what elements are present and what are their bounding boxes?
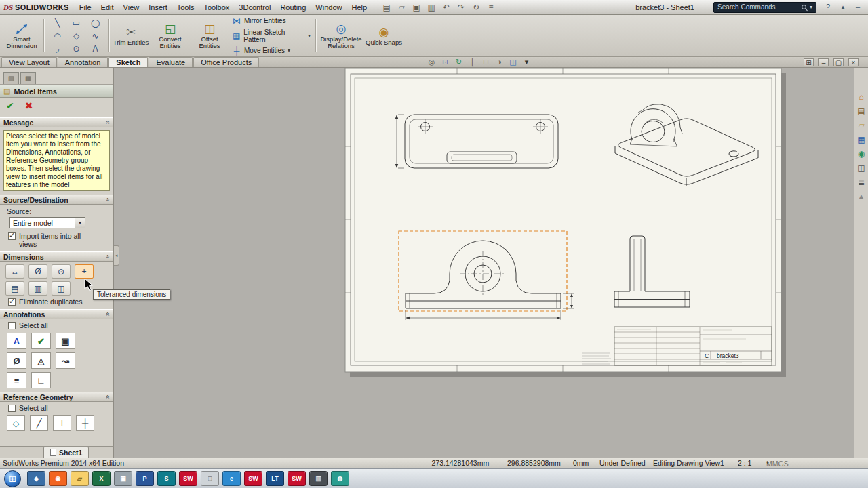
annotations-section-header[interactable]: Annotations »	[0, 309, 113, 319]
sketch-tool-5[interactable]: ∿	[86, 30, 104, 42]
menubar-button-2[interactable]: –	[853, 3, 863, 12]
move-entities-button[interactable]: ┼ Move Entities ▾	[230, 46, 313, 56]
view-toolbar-icon-6[interactable]: ◫	[509, 58, 517, 66]
qat-icon-4[interactable]: ↶	[441, 3, 452, 12]
annotation-type-button-5[interactable]: ↝	[56, 352, 75, 369]
commandmanager-tab-4[interactable]: Office Products	[193, 57, 259, 67]
qat-icon-7[interactable]: ≡	[486, 3, 496, 12]
annotation-type-button-4[interactable]: ◬	[31, 352, 51, 369]
window-control-button-1[interactable]: –	[818, 58, 829, 66]
qat-icon-1[interactable]: ▱	[396, 3, 407, 12]
annotation-type-button-7[interactable]: ∟	[31, 372, 51, 388]
task-pane-icon-5[interactable]: ◫	[857, 163, 865, 173]
taskbar-app-13[interactable]: ▥	[309, 471, 328, 486]
mirror-entities-button[interactable]: ⋈ Mirror Entities	[230, 16, 313, 26]
source-dropdown[interactable]: Entire model ▾	[9, 217, 85, 228]
annotation-type-button-6[interactable]: ≡	[7, 372, 26, 388]
menubar-button-0[interactable]: ?	[823, 3, 833, 12]
view-toolbar-icon-0[interactable]: ◎	[427, 58, 436, 66]
task-pane-icon-1[interactable]: ▤	[857, 106, 865, 116]
sketch-tool-4[interactable]: ◇	[67, 30, 85, 42]
quick-snaps-button[interactable]: ◉ Quick Snaps	[365, 17, 403, 54]
search-input[interactable]: Search Commands	[717, 3, 776, 11]
annotation-type-button-2[interactable]: ▣	[56, 333, 75, 349]
sketch-tool-7[interactable]: ⊙	[67, 43, 85, 55]
sketch-tool-0[interactable]: ╲	[48, 17, 66, 29]
view-toolbar-icon-4[interactable]: □	[481, 58, 490, 66]
eliminate-duplicates-checkbox[interactable]	[8, 298, 16, 306]
dimension-type-button-2[interactable]: ⊙	[52, 264, 71, 279]
dimension-type-button-1[interactable]: ▥	[28, 281, 47, 296]
task-pane-icon-7[interactable]: ▲	[857, 192, 865, 201]
collapse-icon[interactable]: »	[104, 395, 112, 399]
menu-9[interactable]: Help	[347, 0, 372, 15]
trim-entities-button[interactable]: ✂ Trim Entities	[112, 17, 150, 54]
display-delete-relations-button[interactable]: ◎ Display/Delete Relations	[319, 17, 363, 54]
taskbar-app-4[interactable]: ▣	[114, 471, 132, 486]
units-dropdown-icon[interactable]: ▾	[766, 460, 769, 466]
menu-4[interactable]: Tools	[172, 0, 199, 15]
dimension-type-button-0[interactable]: ↔	[5, 264, 24, 279]
refgeo-select-all-checkbox[interactable]	[8, 405, 16, 412]
view-toolbar-icon-5[interactable]: ◑	[495, 58, 504, 66]
menu-5[interactable]: Toolbox	[199, 0, 234, 15]
taskbar-app-6[interactable]: S	[157, 471, 176, 486]
taskbar-app-0[interactable]: ◈	[27, 471, 45, 486]
sheet-tab[interactable]: Sheet1	[43, 447, 89, 458]
reference-geometry-button-2[interactable]: ⊥	[53, 415, 71, 431]
window-control-button-2[interactable]: ▢	[833, 58, 844, 66]
taskbar-app-5[interactable]: P	[136, 471, 154, 486]
annotation-type-button-3[interactable]: Ø	[7, 352, 26, 369]
import-all-views-checkbox[interactable]	[8, 232, 16, 240]
taskbar-app-9[interactable]: e	[222, 471, 241, 486]
taskbar-app-1[interactable]: ◉	[49, 471, 67, 486]
sketch-tool-1[interactable]: ▭	[67, 17, 85, 29]
window-control-button-3[interactable]: ×	[848, 58, 859, 66]
menu-0[interactable]: File	[75, 0, 96, 15]
panel-tab-0[interactable]: ▤	[3, 72, 19, 84]
message-section-header[interactable]: Message »	[0, 117, 113, 127]
source-destination-section-header[interactable]: Source/Destination »	[0, 195, 113, 205]
view-toolbar-icon-7[interactable]: ▾	[522, 58, 531, 66]
search-commands-box[interactable]: Search Commands ▾	[713, 2, 816, 13]
task-pane-icon-2[interactable]: ▱	[858, 121, 864, 130]
reference-geometry-button-0[interactable]: ◇	[7, 415, 25, 431]
search-dropdown-icon[interactable]: ▾	[810, 4, 812, 10]
sketch-tool-6[interactable]: ◞	[48, 43, 66, 55]
cancel-button[interactable]: ✖	[25, 100, 33, 111]
smart-dimension-button[interactable]: Smart Dimension	[3, 17, 41, 54]
dimension-type-button-0[interactable]: ▤	[5, 281, 24, 296]
panel-tab-1[interactable]: ▦	[20, 72, 36, 84]
ok-button[interactable]: ✔	[6, 100, 14, 111]
collapse-icon[interactable]: »	[104, 121, 112, 125]
menu-6[interactable]: 3Dcontrol	[234, 0, 275, 15]
dimension-type-button-3[interactable]: ±	[75, 264, 94, 279]
menu-2[interactable]: View	[119, 0, 144, 15]
task-pane-icon-0[interactable]: ⌂	[859, 92, 863, 102]
view-toolbar-icon-3[interactable]: ┼	[468, 58, 477, 66]
qat-icon-2[interactable]: ▣	[411, 3, 422, 12]
qat-icon-6[interactable]: ↻	[471, 3, 481, 12]
start-button[interactable]: ⊞	[4, 470, 21, 487]
taskbar-app-10[interactable]: SW	[244, 471, 262, 486]
qat-icon-5[interactable]: ↷	[456, 3, 467, 12]
commandmanager-tab-1[interactable]: Annotation	[58, 57, 108, 67]
dimension-type-button-1[interactable]: Ø	[28, 264, 47, 279]
commandmanager-tab-0[interactable]: View Layout	[1, 57, 57, 67]
menubar-button-1[interactable]: ▴	[838, 3, 848, 12]
task-pane-icon-4[interactable]: ◉	[858, 149, 865, 159]
commandmanager-tab-2[interactable]: Sketch	[108, 57, 148, 67]
reference-geometry-button-1[interactable]: ╱	[30, 415, 48, 431]
collapse-icon[interactable]: »	[104, 255, 112, 259]
taskbar-app-11[interactable]: LT	[266, 471, 284, 486]
taskbar-app-12[interactable]: SW	[288, 471, 306, 486]
menu-3[interactable]: Insert	[144, 0, 172, 15]
annotations-select-all-checkbox[interactable]	[8, 322, 16, 329]
qat-icon-0[interactable]: ▤	[381, 3, 392, 12]
reference-geometry-button-3[interactable]: ┼	[76, 415, 94, 431]
taskbar-app-3[interactable]: X	[92, 471, 111, 486]
taskbar-app-8[interactable]: □	[201, 471, 219, 486]
taskbar-app-2[interactable]: ▱	[71, 471, 89, 486]
linear-sketch-pattern-button[interactable]: ▦ Linear Sketch Pattern ▾	[230, 28, 313, 43]
sketch-tool-3[interactable]: ◠	[48, 30, 66, 42]
